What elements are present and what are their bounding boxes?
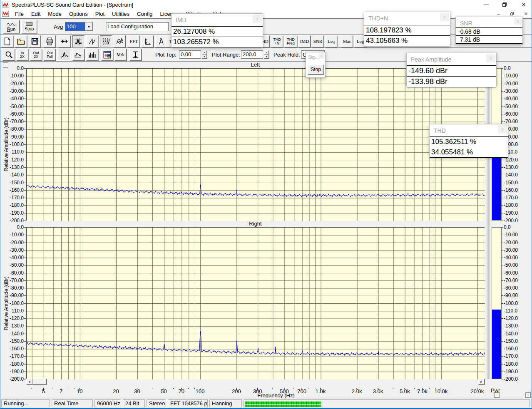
plot-top-spinner[interactable]: ▲ ▼: [202, 50, 207, 59]
load-configuration-box[interactable]: Load Configuration: [106, 22, 169, 31]
channel-title-right: Right: [26, 221, 485, 227]
scroll-right-icon[interactable]: ►: [478, 379, 485, 384]
close-icon[interactable]: x: [440, 13, 449, 21]
new-file[interactable]: [1, 35, 13, 47]
y-tick-mark: [24, 175, 26, 175]
menu-item-plot[interactable]: Plot: [92, 10, 108, 18]
mdi-restore-icon: [510, 12, 514, 16]
menu-item-file[interactable]: File: [11, 10, 27, 18]
spin-up-icon[interactable]: ▲: [202, 50, 207, 55]
y-tick-label-right: -140.0: [504, 331, 529, 337]
scroll-left-icon[interactable]: ◄: [26, 379, 32, 384]
y-tick-mark: [502, 183, 503, 183]
sine-wave-icon: [7, 22, 16, 27]
surface-display[interactable]: [114, 35, 126, 47]
close-button[interactable]: ✕: [517, 1, 530, 8]
spin-down-icon[interactable]: ▼: [264, 55, 269, 59]
line-plot-mode[interactable]: [59, 49, 71, 61]
level-meter-panel: [244, 399, 530, 407]
print[interactable]: [44, 35, 56, 47]
zoom-out-full[interactable]: Out Full: [44, 49, 56, 61]
y-tick-label-right: -190.0: [504, 369, 529, 374]
menu-item-config[interactable]: Config: [133, 10, 157, 18]
run-button[interactable]: Run: [3, 20, 20, 33]
mdi-close-button[interactable]: ✕: [522, 10, 530, 17]
close-icon[interactable]: x: [253, 15, 262, 23]
spectrum-plot-right[interactable]: [26, 227, 485, 379]
signal-stop-button[interactable]: Stop: [308, 64, 324, 74]
imd-meter[interactable]: IMD: [298, 35, 311, 47]
vertical-splitter[interactable]: [486, 68, 490, 379]
close-icon[interactable]: x: [498, 125, 507, 134]
zoom-tool[interactable]: [2, 49, 15, 61]
y-tick-label-right: -150.0: [504, 338, 529, 344]
plot-range-spinner[interactable]: ▲ ▼: [264, 50, 269, 59]
display-options[interactable]: [101, 49, 113, 61]
macro-button[interactable]: Mac: [341, 35, 353, 47]
menu-item-utilities[interactable]: Utilities: [108, 10, 133, 18]
spin-down-icon[interactable]: ▼: [202, 55, 207, 59]
y-tick-mark: [502, 198, 503, 198]
y-tick-mark: [24, 273, 26, 273]
vertical-splitter-thumb[interactable]: [487, 68, 490, 379]
thd-freq-meter[interactable]: THD Freq: [284, 35, 297, 47]
y-tick-label: -160.0: [0, 346, 24, 352]
status-panel-3: 96000 Hz: [94, 399, 121, 407]
spectrogram-display[interactable]: [100, 35, 112, 47]
y-tick-mark: [24, 99, 26, 99]
compass-icon: [157, 37, 165, 45]
time-series-display[interactable]: [59, 35, 71, 47]
snr-value-1: -0.68 dB: [456, 28, 522, 35]
avg-combobox[interactable]: 100 ▼: [65, 22, 93, 31]
thd-n-value-1: 108.197823 %: [364, 25, 450, 35]
mdi-minimize-button[interactable]: –: [495, 10, 502, 17]
avg-label: Avg: [54, 24, 63, 30]
y-tick-label: -60.00: [0, 111, 24, 117]
save-file[interactable]: [29, 35, 41, 47]
y-tick-mark: [502, 121, 503, 122]
menu-item-mode[interactable]: Mode: [44, 10, 65, 18]
spectrum-plot-left[interactable]: [26, 68, 485, 221]
leq-meter[interactable]: Leq: [325, 35, 337, 47]
marker-tool[interactable]: Mrk: [114, 49, 127, 61]
spin-up-icon[interactable]: ▲: [264, 50, 269, 55]
spectrum-display[interactable]: [72, 35, 85, 47]
stop-icon: [26, 22, 32, 26]
close-icon[interactable]: x: [486, 54, 495, 62]
menu-item-options[interactable]: Options: [65, 10, 92, 18]
restore-button[interactable]: [498, 1, 511, 8]
y-tick-mark: [24, 227, 26, 228]
mdi-restore-button[interactable]: [509, 10, 516, 17]
fft-settings[interactable]: FFT: [128, 35, 140, 47]
amplitude-axis-label: Relative Amplitude (dBr): [3, 117, 9, 171]
bar-plot-mode[interactable]: [86, 49, 98, 61]
amplitude-range[interactable]: [129, 49, 142, 61]
zoom-out-2x[interactable]: Out 2X: [30, 49, 42, 61]
y-tick-mark: [24, 379, 26, 379]
options-list-icon: [103, 51, 111, 59]
thd-n-overlay: THD+N x 108.197823 % 43.105663 %: [364, 12, 450, 47]
plot-top-input[interactable]: 0.00: [179, 50, 201, 59]
menu-item-edit[interactable]: Edit: [27, 10, 44, 18]
plot-range-input[interactable]: 200.0: [241, 50, 263, 59]
scrollbar-thumb[interactable]: [32, 379, 47, 384]
y-tick-mark: [24, 258, 26, 258]
expand-plot-button[interactable]: +: [525, 392, 531, 398]
zoom-in-2x[interactable]: In 2X: [16, 49, 28, 61]
stop-button[interactable]: Stop: [21, 20, 37, 33]
y-tick-label-right: -170.0: [504, 353, 529, 359]
phase-display[interactable]: [86, 35, 98, 47]
open-file[interactable]: [15, 35, 27, 47]
thd-n-meter[interactable]: THD +N: [271, 35, 283, 47]
close-icon[interactable]: x: [318, 53, 324, 59]
display-toolbar: FFTTrTHDTHD +NTHD FreqIMDSNRLeqMacLog: [0, 34, 532, 47]
snr-meter[interactable]: SNR: [312, 35, 324, 47]
close-icon[interactable]: x: [514, 18, 522, 25]
minimize-button[interactable]: —: [480, 1, 492, 8]
zoom-in-2x-label: In 2X: [20, 51, 25, 59]
frequency-tick-marks: [26, 385, 485, 388]
horizontal-scrollbar[interactable]: ◄►: [26, 379, 485, 384]
scale-settings[interactable]: [142, 35, 154, 47]
chevron-down-icon[interactable]: ▼: [85, 22, 92, 31]
step-plot-mode[interactable]: [72, 49, 85, 61]
